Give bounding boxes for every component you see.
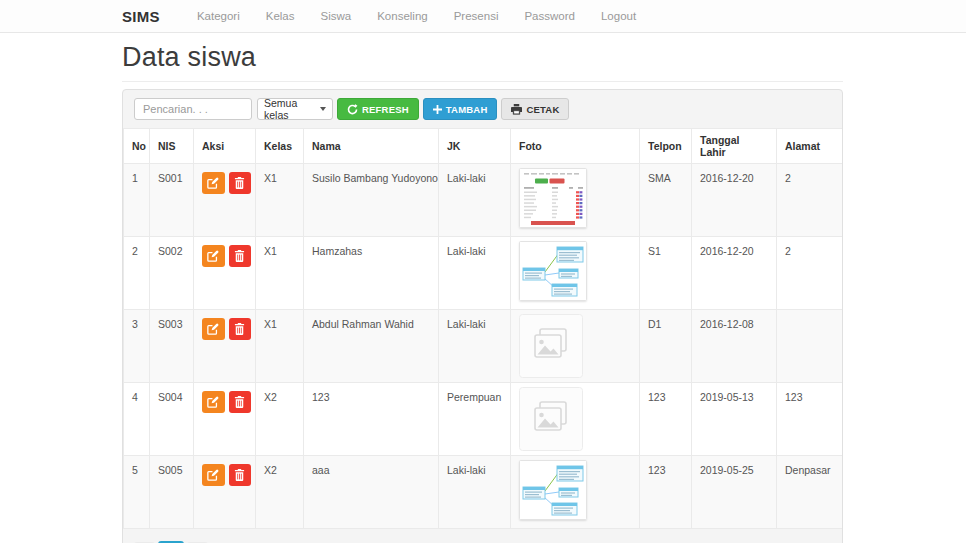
cetak-button[interactable]: CETAK xyxy=(501,98,569,120)
edit-button[interactable] xyxy=(202,172,225,194)
cell-nama: Hamzahas xyxy=(304,237,439,310)
cell-nama: Abdul Rahman Wahid xyxy=(304,310,439,383)
nav-item-konseling[interactable]: Konseling xyxy=(364,10,441,22)
data-panel: Semua kelas REFRESH TAMBAH xyxy=(122,89,843,543)
panel-footer: « 1 » xyxy=(123,529,842,543)
broken-image-placeholder-icon xyxy=(519,314,583,378)
cell-kelas: X1 xyxy=(256,310,304,383)
toolbar: Semua kelas REFRESH TAMBAH xyxy=(123,90,842,128)
cell-alamat: 2 xyxy=(777,237,843,310)
brand-logo[interactable]: SIMS xyxy=(122,8,160,25)
cell-nama: 123 xyxy=(304,383,439,456)
page-title: Data siswa xyxy=(122,33,843,82)
cell-kelas: X1 xyxy=(256,164,304,237)
cell-telpon: 123 xyxy=(640,383,692,456)
cell-telpon: SMA xyxy=(640,164,692,237)
cell-alamat xyxy=(777,310,843,383)
cell-aksi xyxy=(194,383,256,456)
cell-alamat: Denpasar xyxy=(777,456,843,529)
cell-nis: S004 xyxy=(150,383,194,456)
cell-alamat: 123 xyxy=(777,383,843,456)
column-header-kelas: Kelas xyxy=(256,129,304,164)
page-container: Data siswa Semua kelas REFRESH xyxy=(122,33,843,543)
table-row: 1 S001 xyxy=(124,164,843,237)
tambah-button[interactable]: TAMBAH xyxy=(423,98,498,120)
nav-item-presensi[interactable]: Presensi xyxy=(441,10,512,22)
refresh-icon xyxy=(347,104,358,115)
nav-item-logout[interactable]: Logout xyxy=(588,10,649,22)
column-header-alamat: Alamat xyxy=(777,129,843,164)
cell-jk: Laki-laki xyxy=(439,310,511,383)
column-header-no: No xyxy=(124,129,150,164)
nav-items: KategoriKelasSiswaKonselingPresensiPassw… xyxy=(184,10,649,22)
delete-button[interactable] xyxy=(229,391,252,413)
cell-nama: Susilo Bambang Yudoyono xyxy=(304,164,439,237)
student-photo-thumbnail xyxy=(519,460,587,520)
delete-button[interactable] xyxy=(229,172,252,194)
top-navbar: SIMS KategoriKelasSiswaKonselingPresensi… xyxy=(0,0,966,33)
edit-pencil-icon xyxy=(207,396,219,408)
edit-button[interactable] xyxy=(202,464,225,486)
edit-pencil-icon xyxy=(207,469,219,481)
cell-foto xyxy=(511,310,640,383)
cell-foto xyxy=(511,164,640,237)
edit-button[interactable] xyxy=(202,318,225,340)
edit-pencil-icon xyxy=(207,177,219,189)
delete-button[interactable] xyxy=(229,245,252,267)
trash-icon xyxy=(234,396,245,408)
cell-kelas: X1 xyxy=(256,237,304,310)
student-photo-thumbnail xyxy=(519,168,587,228)
table-row: 2 S002 xyxy=(124,237,843,310)
cell-tanggal-lahir: 2016-12-20 xyxy=(692,164,777,237)
cell-telpon: S1 xyxy=(640,237,692,310)
cell-kelas: X2 xyxy=(256,456,304,529)
column-header-jk: JK xyxy=(439,129,511,164)
trash-icon xyxy=(234,323,245,335)
students-table: NoNISAksiKelasNamaJKFotoTelponTanggal La… xyxy=(123,128,843,529)
nav-item-kelas[interactable]: Kelas xyxy=(253,10,308,22)
cell-jk: Laki-laki xyxy=(439,237,511,310)
nav-item-siswa[interactable]: Siswa xyxy=(308,10,365,22)
cell-no: 5 xyxy=(124,456,150,529)
nav-item-password[interactable]: Password xyxy=(511,10,588,22)
cell-nis: S003 xyxy=(150,310,194,383)
edit-pencil-icon xyxy=(207,250,219,262)
cell-tanggal-lahir: 2016-12-08 xyxy=(692,310,777,383)
delete-button[interactable] xyxy=(229,318,252,340)
table-row: 5 S005 xyxy=(124,456,843,529)
cell-no: 1 xyxy=(124,164,150,237)
nav-item-kategori[interactable]: Kategori xyxy=(184,10,253,22)
cell-no: 3 xyxy=(124,310,150,383)
kelas-filter-select[interactable]: Semua kelas xyxy=(257,98,333,120)
table-body: 1 S001 xyxy=(124,164,843,529)
search-input[interactable] xyxy=(134,98,252,120)
table-header-row: NoNISAksiKelasNamaJKFotoTelponTanggal La… xyxy=(124,129,843,164)
cell-foto xyxy=(511,383,640,456)
edit-button[interactable] xyxy=(202,391,225,413)
trash-icon xyxy=(234,250,245,262)
column-header-foto: Foto xyxy=(511,129,640,164)
broken-image-placeholder-icon xyxy=(519,387,583,451)
column-header-aksi: Aksi xyxy=(194,129,256,164)
cell-aksi xyxy=(194,164,256,237)
table-row: 3 S003 xyxy=(124,310,843,383)
cell-foto xyxy=(511,237,640,310)
cell-no: 4 xyxy=(124,383,150,456)
cell-nis: S005 xyxy=(150,456,194,529)
column-header-tanggal-lahir: Tanggal Lahir xyxy=(692,129,777,164)
plus-icon xyxy=(433,105,442,114)
print-icon xyxy=(511,104,522,115)
cell-nama: aaa xyxy=(304,456,439,529)
refresh-button[interactable]: REFRESH xyxy=(337,98,419,120)
cell-nis: S002 xyxy=(150,237,194,310)
edit-pencil-icon xyxy=(207,323,219,335)
delete-button[interactable] xyxy=(229,464,252,486)
cell-alamat: 2 xyxy=(777,164,843,237)
cell-jk: Perempuan xyxy=(439,383,511,456)
column-header-nama: Nama xyxy=(304,129,439,164)
cell-foto xyxy=(511,456,640,529)
cell-aksi xyxy=(194,310,256,383)
cell-tanggal-lahir: 2019-05-13 xyxy=(692,383,777,456)
cell-jk: Laki-laki xyxy=(439,164,511,237)
edit-button[interactable] xyxy=(202,245,225,267)
